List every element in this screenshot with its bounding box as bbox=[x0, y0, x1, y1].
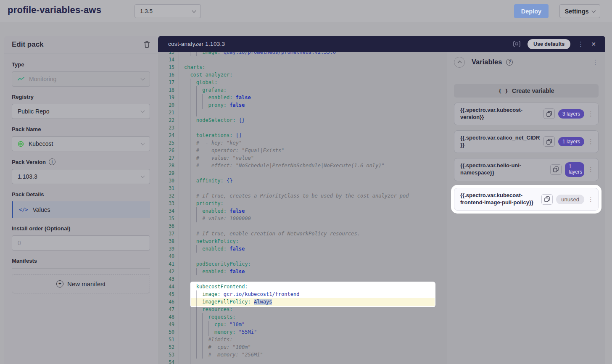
line-number: 44 bbox=[158, 283, 179, 290]
copy-variable-button[interactable] bbox=[550, 164, 562, 175]
line-number: 47 bbox=[158, 306, 179, 313]
code-line-38: 38networkPolicy: bbox=[158, 237, 447, 245]
copy-variable-button[interactable] bbox=[543, 136, 555, 147]
variable-kebab-menu-icon[interactable]: ⋮ bbox=[588, 166, 594, 173]
variable-kebab-menu-icon[interactable]: ⋮ bbox=[588, 138, 594, 145]
yaml-code-editor[interactable]: 13image: quay.io/prometheus/prometheus:v… bbox=[158, 52, 447, 364]
delete-pack-icon[interactable] bbox=[144, 41, 150, 48]
line-number: 16 bbox=[158, 71, 179, 79]
help-icon[interactable]: ? bbox=[506, 59, 513, 66]
line-number: 17 bbox=[158, 79, 179, 86]
deploy-button[interactable]: Deploy bbox=[514, 4, 549, 18]
pack-details-values-item[interactable]: </> Values bbox=[12, 201, 150, 218]
code-line-52: 52# cpu: "100m" bbox=[158, 343, 447, 351]
variable-kebab-menu-icon[interactable]: ⋮ bbox=[588, 110, 594, 118]
line-number: 28 bbox=[158, 162, 179, 169]
code-line-51: 51#limits: bbox=[158, 336, 447, 343]
copy-variable-button[interactable] bbox=[541, 194, 553, 205]
install-order-placeholder: 0 bbox=[18, 240, 144, 246]
collapse-panel-button[interactable] bbox=[454, 57, 465, 68]
pack-details-label: Pack Details bbox=[12, 191, 150, 198]
variable-kebab-menu-icon[interactable]: ⋮ bbox=[588, 195, 594, 203]
variable-name: {{.spectro.var.kubecost-frontend-image-p… bbox=[460, 192, 538, 206]
editor-title: cost-analyzer 1.103.3 bbox=[168, 41, 513, 47]
variables-title: Variables bbox=[472, 58, 502, 66]
code-line-28: 28# effect: "NoSchedule|PreferNoSchedule… bbox=[158, 162, 447, 169]
line-number: 24 bbox=[158, 132, 179, 139]
code-line-31: 31 bbox=[158, 185, 447, 192]
new-manifest-button[interactable]: + New manifest bbox=[12, 274, 150, 293]
code-line-41: 41podSecurityPolicy: bbox=[158, 260, 447, 268]
line-number: 36 bbox=[158, 222, 179, 230]
create-variable-button[interactable]: { } Create variable bbox=[454, 84, 599, 98]
code-line-29: 29 bbox=[158, 169, 447, 177]
line-number: 27 bbox=[158, 154, 179, 162]
pack-name-select[interactable]: Kubecost bbox=[12, 136, 150, 151]
code-line-46: 46imagePullPolicy: Always bbox=[158, 298, 447, 306]
expand-editor-icon[interactable] bbox=[513, 41, 520, 47]
kubecost-pack-icon bbox=[18, 141, 24, 147]
registry-select[interactable]: Public Repo bbox=[12, 104, 150, 119]
code-line-18: 18grafana: bbox=[158, 86, 447, 94]
pack-version-label-text: Pack Version bbox=[12, 159, 46, 165]
code-line-54: 54 bbox=[158, 359, 447, 364]
line-number: 34 bbox=[158, 207, 179, 215]
chevron-down-icon bbox=[141, 109, 145, 113]
editor-kebab-menu-icon[interactable]: ⋮ bbox=[578, 40, 584, 48]
variable-item[interactable]: {{.spectro.var.hello-uni-namespace}}1 la… bbox=[454, 158, 599, 182]
copy-variable-button[interactable] bbox=[543, 108, 555, 119]
code-line-23: 23 bbox=[158, 124, 447, 132]
code-line-25: 25# - key: "key" bbox=[158, 139, 447, 147]
variables-kebab-menu-icon[interactable]: ⋮ bbox=[592, 58, 599, 66]
code-line-16: 16cost-analyzer: bbox=[158, 71, 447, 79]
line-number: 37 bbox=[158, 230, 179, 237]
code-line-24: 24tolerations: [] bbox=[158, 132, 447, 139]
code-line-17: 17global: bbox=[158, 79, 447, 86]
registry-label: Registry bbox=[12, 94, 150, 100]
pack-version-select[interactable]: 1.103.3 bbox=[12, 169, 150, 184]
type-label: Type bbox=[12, 61, 150, 68]
pack-version-value: 1.103.3 bbox=[18, 173, 37, 180]
code-line-21: 21 bbox=[158, 109, 447, 116]
close-editor-icon[interactable]: ✕ bbox=[591, 41, 596, 47]
chevron-down-icon bbox=[141, 76, 145, 81]
chevron-down-icon bbox=[141, 174, 145, 178]
profile-version-select[interactable]: 1.3.5 bbox=[135, 4, 201, 18]
install-order-label: Install order (Optional) bbox=[12, 225, 150, 232]
top-bar: profile-variables-aws 1.3.5 Deploy Setti… bbox=[0, 0, 612, 22]
variable-usage-badge: unused bbox=[556, 195, 584, 204]
edit-pack-header: Edit pack bbox=[4, 36, 158, 53]
code-line-35: 35# value: 1000000 bbox=[158, 215, 447, 222]
code-line-30: 30affinity: {} bbox=[158, 177, 447, 185]
variable-usage-badge: 3 layers bbox=[558, 109, 584, 119]
variable-item[interactable]: {{.spectro.var.kubecost-frontend-image-p… bbox=[454, 188, 599, 211]
variable-name: {{.spectro.var.calico_net_CIDR}} bbox=[460, 135, 540, 149]
variable-item[interactable]: {{.spectro.var.calico_net_CIDR}}1 layers… bbox=[454, 130, 599, 153]
values-label: Values bbox=[33, 206, 50, 213]
line-number: 15 bbox=[158, 63, 179, 71]
line-number: 30 bbox=[158, 177, 179, 185]
code-line-27: 27# value: "value" bbox=[158, 154, 447, 162]
code-line-44: 44kubecostFrontend: bbox=[158, 283, 447, 290]
code-icon: </> bbox=[19, 207, 28, 213]
pack-version-label: Pack Version i bbox=[12, 158, 150, 165]
line-number: 41 bbox=[158, 260, 179, 268]
settings-button[interactable]: Settings bbox=[559, 4, 600, 18]
variable-name: {{.spectro.var.hello-uni-namespace}} bbox=[460, 162, 547, 177]
line-number: 31 bbox=[158, 185, 179, 192]
variable-item[interactable]: {{.spectro.var.kubecost-version}}3 layer… bbox=[454, 103, 599, 125]
code-line-48: 48requests: bbox=[158, 313, 447, 321]
code-line-13: 13image: quay.io/prometheus/prometheus:v… bbox=[158, 52, 447, 56]
install-order-input[interactable]: 0 bbox=[12, 235, 150, 251]
code-line-14: 14 bbox=[158, 56, 447, 63]
settings-label: Settings bbox=[565, 8, 588, 15]
line-number: 42 bbox=[158, 268, 179, 275]
info-icon: i bbox=[49, 158, 55, 165]
code-line-34: 34enabled: false bbox=[158, 207, 447, 215]
code-line-15: 15charts: bbox=[158, 63, 447, 71]
line-number: 48 bbox=[158, 313, 179, 321]
variable-name: {{.spectro.var.kubecost-version}} bbox=[460, 107, 540, 121]
line-number: 21 bbox=[158, 109, 179, 116]
use-defaults-button[interactable]: Use defaults bbox=[528, 39, 570, 49]
line-number: 54 bbox=[158, 359, 179, 364]
